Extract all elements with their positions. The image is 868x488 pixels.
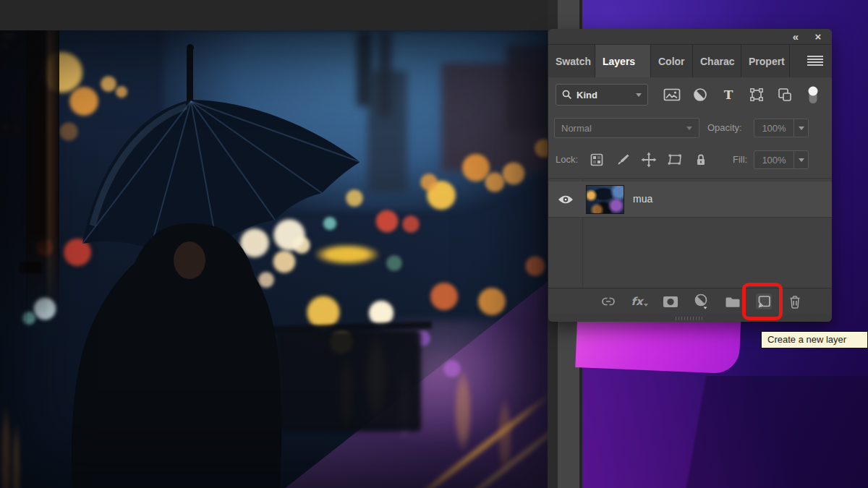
- create-new-layer-button[interactable]: [756, 294, 772, 309]
- lock-row: Lock: Fill: 100%: [548, 146, 832, 174]
- lock-artboard-icon[interactable]: [666, 151, 684, 168]
- delete-layer-trash-button[interactable]: [787, 294, 803, 309]
- layer-name[interactable]: mua: [633, 193, 652, 205]
- panel-resize-strip: [548, 314, 832, 322]
- layer-visibility-toggle[interactable]: [548, 181, 582, 218]
- fill-value: 100%: [762, 155, 786, 166]
- layer-list: mua: [548, 178, 832, 288]
- lock-label: Lock:: [556, 154, 578, 165]
- layer-thumbnail[interactable]: [586, 185, 624, 214]
- canvas-photo[interactable]: [0, 30, 548, 488]
- tab-filler: [790, 45, 832, 77]
- tab-label: Swatch: [556, 56, 591, 67]
- search-icon: [562, 90, 572, 100]
- lock-image-pixels-icon[interactable]: [614, 151, 631, 168]
- fill-label: Fill:: [733, 154, 747, 165]
- filter-shape-layers-icon[interactable]: [747, 85, 766, 104]
- tab-label: Propert: [749, 56, 785, 67]
- tab-layers[interactable]: Layers: [595, 45, 651, 77]
- chevron-down-icon: [799, 127, 804, 130]
- wallpaper-facet: [582, 376, 868, 488]
- fill-value-field[interactable]: 100%: [754, 150, 794, 169]
- tooltip: Create a new layer: [761, 331, 868, 348]
- filter-type-icons: T: [663, 82, 822, 108]
- canvas-top-bar: [0, 0, 548, 30]
- blend-mode-select[interactable]: Normal: [554, 118, 699, 138]
- tab-label: Charac: [700, 56, 734, 67]
- opacity-dropdown-button[interactable]: [794, 119, 809, 137]
- filter-pixel-layers-icon[interactable]: [663, 85, 681, 104]
- new-adjustment-layer-button[interactable]: [694, 294, 710, 309]
- tab-character[interactable]: Charac: [693, 45, 741, 77]
- layer-row[interactable]: mua: [548, 181, 832, 218]
- lock-transparency-icon[interactable]: [588, 151, 605, 168]
- blend-row: Normal Opacity: 100%: [548, 116, 832, 140]
- panel-bottom-bar: fx: [548, 288, 832, 314]
- tab-label: Layers: [603, 56, 635, 67]
- kind-filter-label: Kind: [576, 90, 631, 100]
- chevron-down-icon: [686, 127, 692, 130]
- opacity-label: Opacity:: [707, 122, 742, 133]
- chevron-down-icon: [644, 304, 648, 307]
- opacity-value-field[interactable]: 100%: [754, 119, 794, 137]
- tooltip-text: Create a new layer: [767, 334, 846, 345]
- screenshot-stage: « × Swatch Layers Color Charac Propert K…: [0, 0, 868, 488]
- lock-all-icon[interactable]: [692, 151, 710, 168]
- eye-icon: [558, 194, 574, 205]
- panel-tabstrip: Swatch Layers Color Charac Propert: [548, 45, 832, 77]
- opacity-value: 100%: [762, 123, 786, 134]
- tab-color[interactable]: Color: [651, 45, 693, 77]
- lock-icons: [588, 146, 710, 174]
- collapse-panel-icon[interactable]: «: [786, 29, 804, 45]
- tab-label: Color: [658, 56, 685, 67]
- filtering-toggle-switch[interactable]: [804, 85, 822, 104]
- layers-panel: « × Swatch Layers Color Charac Propert K…: [548, 29, 832, 322]
- filter-type-layers-icon[interactable]: T: [719, 85, 738, 104]
- fill-dropdown-button[interactable]: [794, 150, 809, 169]
- layer-style-fx-button[interactable]: fx: [631, 294, 647, 309]
- photo-vignette: [0, 30, 548, 488]
- close-panel-icon[interactable]: ×: [809, 29, 827, 45]
- link-layers-button[interactable]: [600, 294, 616, 309]
- chevron-down-icon: [636, 93, 642, 97]
- blend-mode-value: Normal: [561, 123, 592, 134]
- panel-menu-icon[interactable]: [807, 56, 823, 66]
- filter-adjustment-layers-icon[interactable]: [691, 85, 710, 104]
- filter-row: Kind T: [548, 82, 832, 108]
- filter-smart-objects-icon[interactable]: [775, 85, 794, 104]
- add-layer-mask-button[interactable]: [663, 294, 678, 309]
- chevron-down-icon: [799, 158, 804, 162]
- fx-label: fx: [631, 295, 642, 308]
- panel-resize-grip[interactable]: [676, 317, 705, 320]
- svg-text:T: T: [724, 87, 733, 102]
- kind-filter-select[interactable]: Kind: [556, 84, 648, 106]
- panel-titlebar[interactable]: « ×: [548, 29, 832, 45]
- tab-properties[interactable]: Propert: [741, 45, 790, 77]
- tab-swatches[interactable]: Swatch: [548, 45, 595, 77]
- new-group-folder-button[interactable]: [725, 294, 741, 309]
- lock-position-icon[interactable]: [640, 151, 658, 168]
